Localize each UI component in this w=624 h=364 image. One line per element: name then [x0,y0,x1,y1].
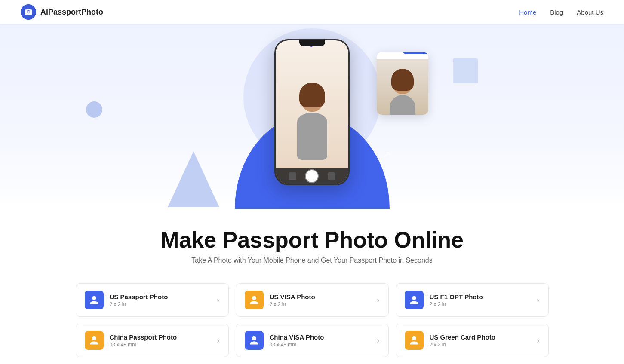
logo-icon [21,4,36,20]
cam-gallery-btn [289,172,296,180]
result-person-head [393,72,412,94]
navbar: AiPassportPhoto Home Blog About Us [0,0,624,24]
photo-type-size: 2 x 2 in [270,301,371,307]
phone-person-head [301,86,323,112]
camera-icon [24,8,33,16]
hero-decor-dot-left [86,101,102,118]
photo-type-size: 2 x 2 in [430,342,531,348]
photo-type-card-china-passport[interactable]: China Passport Photo 33 x 48 mm › [76,324,229,357]
result-photo [377,59,428,115]
result-person-body [390,95,415,115]
photo-type-card-us-f1[interactable]: US F1 OPT Photo 2 x 2 in › [396,283,549,317]
clock-icon [406,52,410,53]
photo-type-icon-china-visa [245,331,264,350]
badge-text: Just 3s [412,52,426,53]
page-title: Make Passport Photo Online [75,228,550,252]
hero-content: ↗ Just 3s [183,39,441,185]
photo-type-name: China Passport Photo [110,333,211,341]
phone-person-body [297,113,327,160]
arrow-curve: ↗ [383,149,390,159]
photo-type-name: US Green Card Photo [430,333,531,341]
photo-type-card-us-visa[interactable]: US VISA Photo 2 x 2 in › [236,283,389,317]
arrow-icon: › [377,336,380,345]
photo-type-icon-us-passport [85,291,104,309]
arrow-icon: › [217,336,220,345]
main-content: Make Passport Photo Online Take A Photo … [54,209,570,364]
photo-type-info-us-green-card: US Green Card Photo 2 x 2 in [430,333,531,348]
photo-type-info-us-passport: US Passport Photo 2 x 2 in [110,293,211,307]
phone-wrapper: ↗ Just 3s [183,39,441,185]
photo-type-card-us-passport[interactable]: US Passport Photo 2 x 2 in › [76,283,229,317]
photo-type-size: 33 x 48 mm [270,342,371,348]
svg-point-0 [27,11,30,13]
photo-type-info-china-passport: China Passport Photo 33 x 48 mm [110,333,211,348]
arrow-icon: › [217,296,220,305]
photo-type-card-china-visa[interactable]: China VISA Photo 33 x 48 mm › [236,324,389,357]
cam-flip-btn [328,172,335,180]
photo-type-name: China VISA Photo [270,333,371,341]
person-icon [409,335,419,346]
photo-type-card-us-green-card[interactable]: US Green Card Photo 2 x 2 in › [396,324,549,357]
arrow-icon: › [377,296,380,305]
nav-link-about[interactable]: About Us [577,9,603,16]
result-person-hair [391,69,414,91]
phone-camera-bar [276,168,348,184]
nav-link-blog[interactable]: Blog [550,9,563,16]
page-subtitle: Take A Photo with Your Mobile Phone and … [75,257,550,264]
photo-type-info-us-visa: US VISA Photo 2 x 2 in [270,293,371,307]
phone-person-hair [299,83,325,107]
person-icon [89,295,99,305]
nav-links: Home Blog About Us [519,9,603,16]
nav-logo[interactable]: AiPassportPhoto [21,4,103,20]
photo-types-grid: US Passport Photo 2 x 2 in › US VISA Pho… [76,283,549,357]
photo-type-icon-us-green-card [405,331,424,350]
person-icon [409,295,419,305]
arrow-icon: › [537,296,540,305]
cam-shutter-btn[interactable] [305,169,319,183]
just-3s-badge: Just 3s [403,52,428,54]
photo-type-info-china-visa: China VISA Photo 33 x 48 mm [270,333,371,348]
arrow-icon: › [537,336,540,345]
photo-type-icon-us-visa [245,291,264,309]
hero-text-section: Make Passport Photo Online Take A Photo … [75,217,550,268]
photo-type-size: 2 x 2 in [110,301,211,307]
photo-result-card: Just 3s [377,52,428,115]
hero-decor-square [453,58,478,83]
nav-link-home[interactable]: Home [519,9,536,16]
photo-type-icon-us-f1 [405,291,424,309]
person-icon [249,335,259,346]
phone-screen [276,40,348,184]
hero-section: ↗ Just 3s [0,24,624,209]
person-icon [89,335,99,346]
photo-type-name: US Passport Photo [110,293,211,300]
photo-type-size: 2 x 2 in [430,301,531,307]
photo-type-size: 33 x 48 mm [110,342,211,348]
phone-notch [299,40,325,46]
photo-type-name: US F1 OPT Photo [430,293,531,300]
person-icon [249,295,259,305]
phone-person [293,86,332,172]
logo-text: AiPassportPhoto [40,8,103,17]
photo-type-icon-china-passport [85,331,104,350]
photo-type-name: US VISA Photo [270,293,371,300]
phone-frame [274,39,350,185]
photo-type-info-us-f1: US F1 OPT Photo 2 x 2 in [430,293,531,307]
